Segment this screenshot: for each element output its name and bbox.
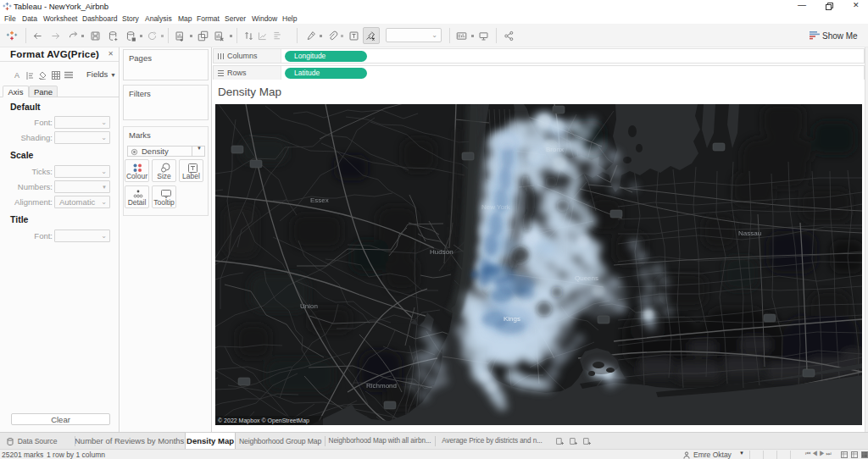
svg-text:© 2022 Mapbox © OpenStreetMap: © 2022 Mapbox © OpenStreetMap [218, 418, 309, 424]
svg-text:New York: New York [481, 203, 511, 211]
svg-text:Bronx: Bronx [546, 146, 564, 153]
svg-text:Essex: Essex [310, 196, 329, 204]
svg-text:Union: Union [300, 302, 318, 310]
svg-text:Richmond: Richmond [366, 382, 397, 390]
svg-text:Kings: Kings [504, 315, 520, 323]
svg-text:Queens: Queens [575, 274, 598, 282]
svg-text:Nassau: Nassau [738, 230, 761, 237]
svg-text:Hudson: Hudson [430, 248, 453, 256]
